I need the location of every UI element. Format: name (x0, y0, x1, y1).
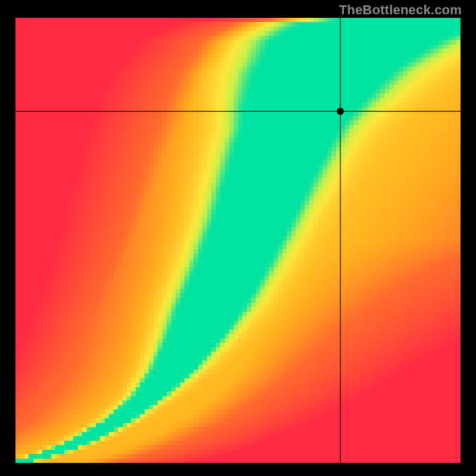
plot-area (15, 18, 461, 463)
heatmap-canvas (15, 18, 461, 463)
chart-container: TheBottleneck.com (0, 0, 476, 476)
attribution-text: TheBottleneck.com (339, 2, 462, 18)
